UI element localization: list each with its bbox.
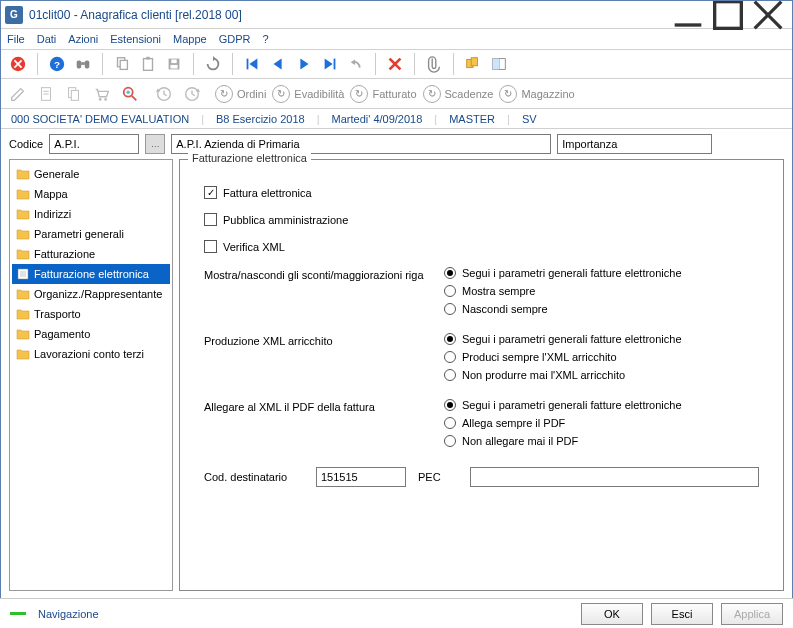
sidebar-item-label: Mappa [34,188,68,200]
chk-pubblica-amm[interactable] [204,213,217,226]
sidebar-item-8[interactable]: Pagamento [12,324,170,344]
menu-file[interactable]: File [7,33,25,45]
doc2-icon[interactable] [63,83,85,105]
cod-dest-label: Cod. destinatario [204,471,304,483]
fatturato-button[interactable]: ↻Fatturato [350,85,416,103]
minimize-button[interactable] [668,1,708,29]
prev-icon[interactable] [267,53,289,75]
window-title: 01clit00 - Anagrafica clienti [rel.2018 … [29,8,668,22]
menu-mappe[interactable]: Mappe [173,33,207,45]
multi-doc-icon[interactable] [462,53,484,75]
radio-icon [444,333,456,345]
radio-icon [444,303,456,315]
edit-icon[interactable] [7,83,29,105]
svg-marker-34 [12,88,24,100]
chk-verifica-xml[interactable] [204,240,217,253]
sidebar-item-0[interactable]: Generale [12,164,170,184]
next-icon[interactable] [293,53,315,75]
help-icon[interactable]: ? [46,53,68,75]
sidebar-item-5[interactable]: Fatturazione elettronica [12,264,170,284]
radio-label: Non produrre mai l'XML arricchito [462,369,625,381]
close-button[interactable] [748,1,788,29]
delete-icon[interactable] [384,53,406,75]
importanza-input[interactable] [557,134,712,154]
doc1-icon[interactable] [35,83,57,105]
xml-arricchito-option-0[interactable]: Segui i parametri generali fatture elett… [444,333,759,345]
folder-icon [16,248,30,260]
scadenze-button[interactable]: ↻Scadenze [423,85,494,103]
radio-icon [444,399,456,411]
history-back-icon[interactable] [153,83,175,105]
xml-arricchito-option-2[interactable]: Non produrre mai l'XML arricchito [444,369,759,381]
menu-dati[interactable]: Dati [37,33,57,45]
sidebar-item-3[interactable]: Parametri generali [12,224,170,244]
sconti-option-2[interactable]: Nascondi sempre [444,303,759,315]
svg-rect-18 [171,60,176,64]
svg-marker-22 [274,59,282,70]
zoom-icon[interactable] [119,83,141,105]
last-icon[interactable] [319,53,341,75]
radio-icon [444,267,456,279]
allega-pdf-option-1[interactable]: Allega sempre il PDF [444,417,759,429]
cart-icon[interactable] [91,83,113,105]
refresh-icon[interactable] [202,53,224,75]
ok-button[interactable]: OK [581,603,643,625]
folder-icon [16,168,30,180]
allega-pdf-option-0[interactable]: Segui i parametri generali fatture elett… [444,399,759,411]
cod-dest-input[interactable] [316,467,406,487]
group3-label: Allegare al XML il PDF della fattura [204,399,444,453]
sidebar-item-4[interactable]: Fatturazione [12,244,170,264]
svg-rect-15 [146,57,150,60]
first-icon[interactable] [241,53,263,75]
attach-icon[interactable] [423,53,445,75]
chk-fattura-elettronica[interactable] [204,186,217,199]
ordini-button[interactable]: ↻Ordini [215,85,266,103]
allega-pdf-option-2[interactable]: Non allegare mai il PDF [444,435,759,447]
layout-icon[interactable] [488,53,510,75]
sidebar-item-label: Pagamento [34,328,90,340]
status-strip: 000 SOCIETA' DEMO EVALUATION | B8 Eserci… [1,109,792,129]
svg-point-41 [104,98,107,101]
sidebar-item-2[interactable]: Indirizzi [12,204,170,224]
esci-button[interactable]: Esci [651,603,713,625]
paste-icon[interactable] [137,53,159,75]
sidebar-item-6[interactable]: Organizz./Rappresentante [12,284,170,304]
svg-line-43 [132,95,137,100]
menu-estensioni[interactable]: Estensioni [110,33,161,45]
menu-gdpr[interactable]: GDPR [219,33,251,45]
radio-label: Allega sempre il PDF [462,417,565,429]
magazzino-button[interactable]: ↻Magazzino [499,85,574,103]
svg-point-44 [126,90,130,94]
svg-marker-23 [300,59,308,70]
menu-azioni[interactable]: Azioni [68,33,98,45]
binoculars-icon[interactable] [72,53,94,75]
svg-point-40 [99,98,102,101]
pec-input[interactable] [470,467,759,487]
toolbar-secondary: ↻Ordini ↻Evadibilità ↻Fatturato ↻Scadenz… [1,79,792,109]
maximize-button[interactable] [708,1,748,29]
applica-button[interactable]: Applica [721,603,783,625]
chk-fattura-label: Fattura elettronica [223,187,312,199]
lookup-button[interactable]: … [145,134,165,154]
codice-desc-input[interactable] [171,134,551,154]
sidebar-item-9[interactable]: Lavorazioni conto terzi [12,344,170,364]
copy-icon[interactable] [111,53,133,75]
undo-icon[interactable] [345,53,367,75]
sidebar-item-1[interactable]: Mappa [12,184,170,204]
folder-icon [16,288,30,300]
codice-input[interactable] [49,134,139,154]
evadibilita-button[interactable]: ↻Evadibilità [272,85,344,103]
save-icon[interactable] [163,53,185,75]
history-fwd-icon[interactable] [181,83,203,105]
menu-help[interactable]: ? [262,33,268,45]
radio-icon [444,435,456,447]
cancel-icon[interactable] [7,53,29,75]
sidebar-item-7[interactable]: Trasporto [12,304,170,324]
codice-label: Codice [9,138,43,150]
sconti-option-0[interactable]: Segui i parametri generali fatture elett… [444,267,759,279]
chk-verifica-label: Verifica XML [223,241,285,253]
sconti-option-1[interactable]: Mostra sempre [444,285,759,297]
nav-label: Navigazione [38,608,99,620]
folder-icon [16,228,30,240]
xml-arricchito-option-1[interactable]: Produci sempre l'XML arricchito [444,351,759,363]
